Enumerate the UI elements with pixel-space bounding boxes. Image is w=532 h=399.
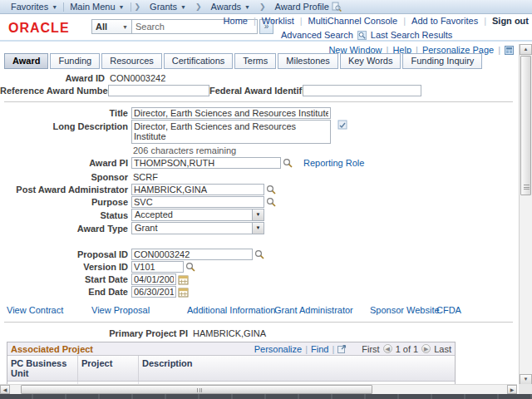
main-menu[interactable]: Main Menu ▼ <box>64 2 130 12</box>
divider: | <box>300 16 303 26</box>
divider: | <box>305 344 308 354</box>
pager-prev-icon[interactable]: ◀ <box>383 344 392 353</box>
grid-popout-icon[interactable] <box>337 344 347 353</box>
calendar-icon[interactable] <box>178 274 189 285</box>
status-label: Status <box>0 210 131 220</box>
proposal-id-input[interactable] <box>131 249 253 260</box>
sponsor-row: Sponsor SCRF <box>0 171 517 183</box>
calendar-icon[interactable] <box>178 287 189 298</box>
favorites-menu[interactable]: Favorites ▼ <box>5 2 63 12</box>
tab-bar: Award Funding Resources Certifications T… <box>4 53 484 69</box>
scroll-right-icon[interactable]: ▶ <box>507 385 517 394</box>
primary-project-pi-value: HAMBRICK,GINA <box>191 328 266 338</box>
grant-administrator-link[interactable]: Grant Administrator <box>274 305 353 315</box>
home-link[interactable]: Home <box>224 16 248 26</box>
title-input[interactable] <box>131 107 331 119</box>
award-pi-label: Award PI <box>0 158 131 168</box>
add-to-favorites-link[interactable]: Add to Favorites <box>411 16 478 26</box>
breadcrumb-grants[interactable]: Grants ▼ <box>144 2 192 12</box>
tab-certifications[interactable]: Certifications <box>164 53 234 69</box>
chevron-down-icon: ▼ <box>122 24 128 30</box>
breadcrumb-separator-icon: ❯ <box>131 2 145 11</box>
horizontal-scrollbar[interactable]: ◀ ▶ <box>0 384 517 394</box>
divider: | <box>254 16 256 26</box>
purpose-label: Purpose <box>0 197 131 207</box>
award-pi-input[interactable] <box>131 157 281 169</box>
breadcrumb-awards-label: Awards <box>211 2 241 12</box>
copy-url-icon[interactable] <box>505 46 514 55</box>
tab-key-words[interactable]: Key Words <box>340 53 401 69</box>
version-id-input[interactable] <box>131 261 184 273</box>
find-link[interactable]: Find <box>311 344 328 354</box>
tab-funding-inquiry[interactable]: Funding Inquiry <box>402 53 482 69</box>
post-award-admin-input[interactable] <box>131 184 264 195</box>
search-sub-links: Advanced Search Last Search Results <box>281 30 452 40</box>
scroll-grip <box>197 388 202 392</box>
additional-information-link[interactable]: Additional Information <box>187 305 275 315</box>
grid-header-row: PC Business Unit Project Description <box>7 356 455 382</box>
award-id-label: Award ID <box>0 73 108 83</box>
status-select[interactable]: Accepted ▼ <box>131 209 264 221</box>
tab-resources[interactable]: Resources <box>101 53 162 69</box>
tab-award[interactable]: Award <box>4 53 48 69</box>
tab-terms[interactable]: Terms <box>234 53 276 69</box>
version-id-row: Version ID <box>0 261 517 273</box>
spell-check-icon[interactable] <box>337 120 348 131</box>
cfda-link[interactable]: CFDA <box>436 305 461 315</box>
post-award-admin-row: Post Award Administrator <box>0 184 517 195</box>
reporting-role-link[interactable]: Reporting Role <box>303 158 364 168</box>
view-proposal-link[interactable]: View Proposal <box>91 305 150 315</box>
primary-project-pi-row: Primary Project PI HAMBRICK,GINA <box>0 328 517 339</box>
advanced-search-link[interactable]: Advanced Search <box>281 30 353 40</box>
lookup-icon[interactable] <box>266 185 277 195</box>
worklist-link[interactable]: Worklist <box>262 16 294 26</box>
grid-title-bar: Associated Project Personalize | Find | … <box>7 342 455 356</box>
scroll-left-icon[interactable]: ◀ <box>0 385 10 394</box>
federal-award-id-input[interactable] <box>303 85 421 96</box>
breadcrumb-separator-icon: ❯ <box>192 2 205 11</box>
view-contract-link[interactable]: View Contract <box>7 305 63 315</box>
start-date-input[interactable] <box>131 273 176 285</box>
chevron-down-icon: ▼ <box>180 4 186 10</box>
long-description-textarea[interactable]: Director, Earth Sciences and Resources I… <box>131 120 331 144</box>
scroll-up-icon[interactable]: ▲ <box>520 44 532 55</box>
search-scope-select[interactable]: All ▼ <box>91 19 131 34</box>
grid-pager: First ◀ 1 of 1 ▶ Last <box>362 344 451 354</box>
header: ORACLE All ▼ » Home | Worklist | MultiCh… <box>0 14 532 42</box>
divider <box>4 322 513 323</box>
last-search-results-link[interactable]: Last Search Results <box>371 30 452 40</box>
lookup-icon[interactable] <box>254 249 265 260</box>
tab-milestones[interactable]: Milestones <box>278 53 338 69</box>
long-description-row: Long Description Director, Earth Science… <box>0 120 517 144</box>
sponsor-website-link[interactable]: Sponsor Website <box>370 305 440 315</box>
horizontal-scrollbar-thumb[interactable] <box>21 385 372 394</box>
pager-next-icon[interactable]: ▶ <box>421 344 431 353</box>
pager-counter: 1 of 1 <box>396 344 419 354</box>
award-type-select[interactable]: Grant ▼ <box>131 222 264 234</box>
proposal-id-label: Proposal ID <box>0 249 131 259</box>
end-date-input[interactable] <box>131 286 176 298</box>
vertical-scrollbar-thumb[interactable] <box>520 56 531 195</box>
sign-out-link[interactable]: Sign out <box>492 16 529 26</box>
chevron-down-icon: ▼ <box>52 4 57 10</box>
pager-first-label: First <box>362 344 379 354</box>
lookup-icon[interactable] <box>185 262 196 273</box>
multichannel-console-link[interactable]: MultiChannel Console <box>308 16 398 26</box>
lookup-icon[interactable] <box>266 197 277 208</box>
reference-row: Reference Award Number Federal Award Ide… <box>0 85 517 96</box>
chevron-down-icon: ▼ <box>119 4 125 10</box>
status-value: Accepted <box>132 209 252 220</box>
lookup-icon[interactable] <box>283 158 293 169</box>
purpose-input[interactable] <box>131 196 264 208</box>
divider: | <box>484 16 486 26</box>
reference-award-number-input[interactable] <box>108 85 209 96</box>
search-page-icon[interactable] <box>332 2 342 12</box>
breadcrumb-awards[interactable]: Awards ▼ <box>205 2 256 12</box>
scroll-grip <box>524 185 530 190</box>
tab-funding[interactable]: Funding <box>50 53 100 69</box>
vertical-scrollbar[interactable]: ▲ ▼ <box>519 44 532 385</box>
breadcrumb-grants-label: Grants <box>150 2 177 12</box>
start-date-row: Start Date <box>0 273 517 285</box>
personalize-grid-link[interactable]: Personalize <box>254 344 302 354</box>
post-award-admin-label: Post Award Administrator <box>0 185 131 195</box>
